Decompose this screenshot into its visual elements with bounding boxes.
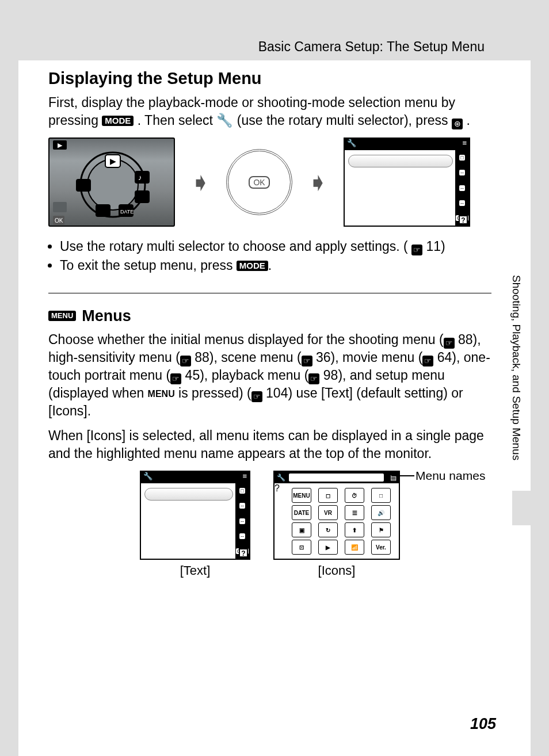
page-ref-number: 98: [323, 368, 338, 383]
bullet-list: Use the rotary multi selector to choose …: [48, 237, 491, 276]
side-item: --: [239, 518, 245, 524]
grid-icon: Ver.: [371, 540, 391, 555]
svg-rect-7: [135, 171, 150, 184]
grid-icon: ⏱: [345, 488, 364, 503]
menu-title-bar: 🔧 ≡: [141, 472, 249, 483]
callout-label: Menu names: [415, 469, 485, 483]
svg-text:▶: ▶: [110, 156, 116, 166]
svg-rect-9: [135, 190, 150, 203]
figure-label-text: [Text]: [180, 563, 211, 578]
page-ref-number: 64: [437, 350, 452, 365]
menu-selected-row: [144, 488, 233, 501]
ok-center-button: OK: [249, 176, 269, 189]
menus-paragraph-2: When [Icons] is selected, all menu items…: [48, 427, 491, 463]
mode-button-icon: MODE: [237, 261, 268, 271]
wrench-icon: 🔧: [143, 472, 152, 483]
grid-icon: ⊡: [292, 540, 311, 555]
page-ref-icon: ☞: [411, 245, 422, 255]
side-item: --: [239, 503, 245, 509]
mode-dial-illustration: ▶ ▶ ♪ DATE OK: [49, 139, 176, 228]
text-menu-figure-column: 🔧 ≡ □ -- -- -- OFF ? [Text]: [140, 471, 250, 578]
svg-text:♪: ♪: [138, 173, 142, 182]
help-icon: ?: [459, 215, 468, 224]
menu-side-column: □ -- -- -- OFF: [235, 483, 249, 559]
svg-rect-2: [53, 202, 67, 212]
setup-wrench-icon: 🔧: [216, 113, 233, 128]
callout-line: [391, 475, 414, 476]
menu-side-column: □ -- -- -- OFF: [455, 150, 469, 226]
page-ref-icon: ☞: [422, 356, 433, 366]
page-ref-number: 88: [195, 350, 209, 365]
page-ref-number: 104: [266, 385, 288, 400]
list-item: Use the rotary multi selector to choose …: [60, 237, 491, 256]
intro-text: (use the rotary multi selector), press: [237, 113, 452, 128]
page-header-bar: Basic Camera Setup: The Setup Menu: [18, 0, 531, 60]
menu-name-area: [289, 474, 384, 482]
arrow-right-icon: ➧: [190, 167, 211, 197]
icons-menu-screen-figure: 🔧 ▤ MENU ◻ ⏱ □ DATE VR ☰ 🔊 ▣ ↻: [273, 471, 400, 560]
menu-title-bar: 🔧 ≡: [345, 139, 469, 150]
side-item: □: [239, 488, 245, 494]
body-text: is pressed) (: [175, 385, 251, 400]
svg-text:▶: ▶: [58, 142, 63, 148]
help-icon: ?: [239, 548, 248, 558]
setup-menu-text-screen-figure: 🔧 ≡ □ -- -- -- OFF ?: [344, 138, 470, 227]
body-text: Choose whether the initial menus display…: [48, 332, 444, 347]
body-text: ), scene menu (: [209, 350, 302, 365]
page-ref-icon: ☞: [251, 391, 262, 402]
icons-menu-figure-column: 🔧 ▤ MENU ◻ ⏱ □ DATE VR ☰ 🔊 ▣ ↻: [273, 471, 400, 578]
svg-text:DATE: DATE: [120, 209, 134, 215]
menu-selected-row: [348, 155, 453, 167]
icons-grid: MENU ◻ ⏱ □ DATE VR ☰ 🔊 ▣ ↻ ⬆ ⚑ ⊡ ▶: [292, 488, 393, 555]
page-ref-icon: ☞: [308, 373, 319, 384]
section-heading: MENU Menus: [48, 307, 491, 325]
grid-icon: ▶: [318, 540, 338, 555]
wrench-icon: 🔧: [347, 139, 356, 150]
bullet-text: Use the rotary multi selector to choose …: [60, 239, 408, 254]
menu-button-icon: MENU: [48, 311, 76, 321]
side-item: --: [459, 200, 465, 206]
page-ref-icon: ☞: [302, 356, 312, 366]
side-tab-thumb: [512, 491, 531, 525]
wrench-icon: 🔧: [277, 474, 285, 482]
figure-label-icons: [Icons]: [318, 563, 356, 578]
page-ref-icon: ☞: [444, 338, 455, 349]
mode-dial-screen-figure: ▶ ▶ ♪ DATE OK: [48, 138, 175, 227]
side-item: --: [459, 185, 465, 191]
side-tab: Shooting, Playback, and Setup Menus: [502, 275, 531, 528]
figure-row-2: 🔧 ≡ □ -- -- -- OFF ? [Text]: [48, 471, 491, 578]
body-text: ), playback menu (: [200, 368, 308, 383]
menu-button-label: MENU: [148, 388, 175, 400]
arrow-right-icon: ➧: [307, 167, 329, 197]
side-item: --: [239, 533, 245, 539]
page-ref-number: 36: [316, 350, 331, 365]
page-ref-icon: ☞: [180, 356, 191, 366]
intro-text: .: [466, 113, 470, 128]
breadcrumb: Basic Camera Setup: The Setup Menu: [258, 39, 485, 55]
section-heading: Displaying the Setup Menu: [48, 69, 491, 88]
grid-icon: ⬆: [345, 522, 364, 537]
grid-icon: ↻: [318, 522, 338, 537]
rotary-multi-selector-figure: OK: [226, 149, 292, 215]
page-number: 105: [470, 715, 496, 733]
page-content: Displaying the Setup Menu First, display…: [48, 69, 491, 578]
heading-text: Menus: [82, 307, 131, 325]
list-item: To exit the setup menu, press MODE.: [60, 256, 491, 275]
body-text: ), movie menu (: [331, 350, 423, 365]
grid-icon: 📶: [345, 540, 364, 555]
text-menu-screen-figure: 🔧 ≡ □ -- -- -- OFF ?: [140, 471, 250, 560]
grid-icon: □: [371, 488, 391, 503]
section-divider: [48, 293, 491, 293]
svg-rect-11: [96, 204, 110, 217]
page-ref-number: 45: [185, 368, 200, 383]
page-ref-icon: ☞: [170, 373, 181, 384]
side-tab-label: Shooting, Playback, and Setup Menus: [510, 275, 523, 460]
menu-title-bar: 🔧 ▤: [274, 472, 399, 483]
mode-button-icon: MODE: [102, 116, 134, 126]
page-ref-number: 11: [426, 239, 441, 254]
slider-icon: ≡: [462, 139, 467, 150]
ok-button-icon: ⊛: [452, 119, 463, 129]
manual-page: Basic Camera Setup: The Setup Menu Displ…: [18, 0, 531, 756]
grid-icon: ◻: [318, 488, 338, 503]
grid-icon: MENU: [292, 488, 311, 503]
